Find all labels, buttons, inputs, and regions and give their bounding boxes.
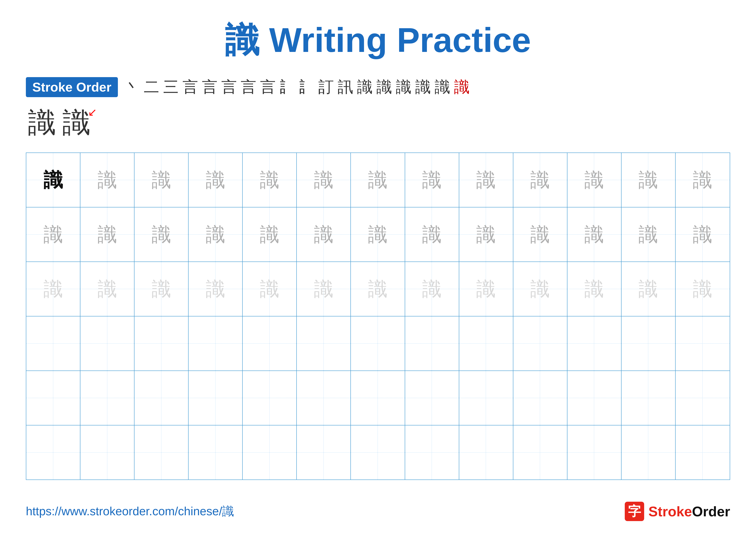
practice-char: 識 [260,221,279,248]
grid-cell[interactable] [26,317,80,370]
practice-grid: 識識識識識識識識識識識識識識識識識識識識識識識識識識識識識識識識識識識識識識識 [26,153,730,480]
grid-cell[interactable] [351,317,405,370]
grid-cell[interactable]: 識 [459,153,513,207]
grid-cell[interactable]: 識 [80,207,134,262]
grid-row-4 [26,371,730,425]
grid-cell[interactable] [80,317,134,370]
grid-cell[interactable]: 識 [622,262,676,316]
practice-char: 識 [368,167,388,193]
grid-cell[interactable] [297,425,351,479]
grid-cell[interactable]: 識 [351,262,405,316]
grid-cell[interactable] [297,371,351,425]
grid-cell[interactable] [459,317,513,370]
grid-cell[interactable] [676,317,730,370]
practice-char: 識 [476,221,496,248]
grid-cell[interactable]: 識 [513,207,567,262]
grid-cell[interactable] [513,425,567,479]
practice-char: 識 [638,276,658,302]
grid-cell[interactable] [243,317,297,370]
practice-char: 識 [693,221,712,248]
stroke-step-4: 言 [202,77,217,97]
grid-cell[interactable]: 識 [567,207,622,262]
grid-cell[interactable]: 識 [513,262,567,316]
grid-cell[interactable]: 識 [676,153,730,207]
grid-cell[interactable]: 識 [405,207,459,262]
grid-cell[interactable] [459,425,513,479]
grid-cell[interactable]: 識 [189,207,243,262]
grid-cell[interactable]: 識 [243,207,297,262]
grid-cell[interactable] [622,371,676,425]
grid-cell[interactable]: 識 [26,153,80,207]
grid-cell[interactable] [351,425,405,479]
stroke-step-3: 言 [182,77,198,97]
grid-cell[interactable] [513,317,567,370]
grid-cell[interactable] [459,371,513,425]
grid-cell[interactable]: 識 [134,262,189,316]
practice-char: 識 [43,167,63,193]
grid-cell[interactable]: 識 [80,262,134,316]
grid-cell[interactable]: 識 [351,207,405,262]
grid-cell[interactable]: 識 [459,207,513,262]
grid-cell[interactable]: 識 [622,207,676,262]
preview-char-1: 識↙ [63,104,91,142]
grid-cell[interactable] [243,371,297,425]
grid-cell[interactable] [567,425,622,479]
grid-cell[interactable] [26,425,80,479]
practice-char: 識 [368,276,388,302]
footer-logo-text: StrokeOrder [648,503,730,520]
grid-cell[interactable] [405,317,459,370]
grid-cell[interactable] [676,371,730,425]
grid-cell[interactable]: 識 [567,262,622,316]
grid-cell[interactable] [405,425,459,479]
grid-cell[interactable]: 識 [622,153,676,207]
grid-cell[interactable] [134,317,189,370]
grid-cell[interactable] [134,425,189,479]
grid-cell[interactable] [567,317,622,370]
grid-row-0: 識識識識識識識識識識識識識 [26,153,730,207]
grid-cell[interactable] [405,371,459,425]
grid-row-1: 識識識識識識識識識識識識識 [26,207,730,262]
grid-cell[interactable] [513,371,567,425]
grid-cell[interactable] [80,425,134,479]
grid-cell[interactable]: 識 [676,262,730,316]
grid-cell[interactable]: 識 [189,262,243,316]
practice-char: 識 [97,276,117,302]
grid-cell[interactable]: 識 [405,153,459,207]
footer-url[interactable]: https://www.strokeorder.com/chinese/識 [26,503,234,519]
grid-cell[interactable] [567,371,622,425]
grid-cell[interactable] [622,317,676,370]
grid-cell[interactable]: 識 [297,207,351,262]
grid-cell[interactable]: 識 [243,262,297,316]
grid-cell[interactable] [189,425,243,479]
practice-char: 識 [152,276,171,302]
stroke-step-16: 識 [435,77,450,97]
grid-cell[interactable] [297,317,351,370]
grid-cell[interactable]: 識 [513,153,567,207]
page: 識 Writing Practice Stroke Order 丶二三言言言言言… [0,0,756,534]
grid-cell[interactable]: 識 [459,262,513,316]
grid-cell[interactable]: 識 [676,207,730,262]
grid-cell[interactable]: 識 [405,262,459,316]
stroke-order-section: Stroke Order 丶二三言言言言言訁訁訂訊識識識識識識 [26,77,730,97]
grid-cell[interactable] [26,371,80,425]
grid-cell[interactable]: 識 [567,153,622,207]
grid-cell[interactable]: 識 [243,153,297,207]
practice-char: 識 [260,276,279,302]
grid-cell[interactable]: 識 [297,262,351,316]
grid-cell[interactable]: 識 [26,207,80,262]
grid-cell[interactable]: 識 [297,153,351,207]
grid-cell[interactable] [351,371,405,425]
grid-cell[interactable]: 識 [189,153,243,207]
grid-cell[interactable] [189,317,243,370]
grid-cell[interactable] [134,371,189,425]
grid-cell[interactable] [243,425,297,479]
grid-cell[interactable]: 識 [134,153,189,207]
grid-cell[interactable]: 識 [80,153,134,207]
grid-cell[interactable]: 識 [26,262,80,316]
grid-cell[interactable]: 識 [351,153,405,207]
grid-cell[interactable]: 識 [134,207,189,262]
grid-cell[interactable] [189,371,243,425]
grid-cell[interactable] [676,425,730,479]
grid-cell[interactable] [80,371,134,425]
grid-cell[interactable] [622,425,676,479]
